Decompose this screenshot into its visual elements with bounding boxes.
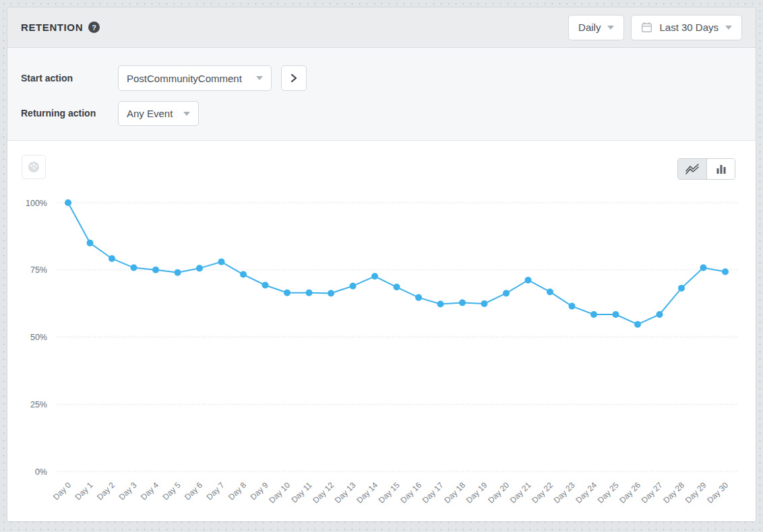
granularity-dropdown[interactable]: Daily [568,15,624,40]
chevron-down-icon [183,112,190,116]
retention-page: { "header": { "title": "RETENTION", "hel… [0,0,763,532]
svg-text:Day 6: Day 6 [183,480,204,502]
svg-text:Day 24: Day 24 [574,480,599,505]
svg-text:Day 27: Day 27 [640,480,665,505]
start-action-dropdown[interactable]: PostCommunityComment [118,65,272,91]
svg-text:Day 5: Day 5 [161,480,183,502]
returning-action-dropdown[interactable]: Any Event [118,101,199,126]
help-icon[interactable]: ? [88,22,100,33]
svg-text:Day 2: Day 2 [95,480,117,502]
returning-action-value: Any Event [127,108,173,119]
svg-text:Day 11: Day 11 [289,480,313,504]
svg-text:Day 19: Day 19 [464,480,489,505]
chevron-down-icon [256,76,263,80]
svg-text:Day 4: Day 4 [139,480,160,502]
svg-text:25%: 25% [30,400,47,409]
svg-text:Day 14: Day 14 [355,480,379,505]
svg-text:Day 16: Day 16 [398,480,423,505]
start-action-label: Start action [21,73,73,84]
chevron-right-icon [290,73,298,83]
svg-text:Day 26: Day 26 [617,480,642,505]
svg-text:Day 8: Day 8 [226,480,248,502]
date-range-value: Last 30 Days [659,22,719,33]
retention-line-chart[interactable]: 0%25%50%75%100%Day 0Day 1Day 2Day 3Day 4… [7,141,756,521]
svg-text:Day 28: Day 28 [661,480,686,505]
svg-text:50%: 50% [30,333,47,342]
chevron-down-icon [725,26,732,30]
date-range-dropdown[interactable]: Last 30 Days [631,15,742,40]
svg-text:100%: 100% [26,199,47,208]
svg-text:Day 17: Day 17 [421,480,446,505]
svg-text:Day 22: Day 22 [530,480,555,505]
report-header: RETENTION ? Daily Last 30 Days [7,7,756,48]
svg-text:Day 30: Day 30 [705,480,730,505]
svg-text:Day 23: Day 23 [552,480,577,505]
granularity-value: Daily [578,22,601,33]
svg-text:0%: 0% [35,467,47,477]
calendar-icon [641,22,652,33]
chevron-down-icon [607,26,614,30]
svg-text:Day 20: Day 20 [486,480,511,505]
svg-text:Day 1: Day 1 [73,480,95,502]
svg-text:75%: 75% [30,265,47,275]
chart-panel: 0%25%50%75%100%Day 0Day 1Day 2Day 3Day 4… [7,141,756,521]
svg-text:Day 7: Day 7 [205,480,226,502]
svg-text:Day 18: Day 18 [442,480,467,505]
svg-text:Day 12: Day 12 [311,480,336,505]
retention-report-card: RETENTION ? Daily Last 30 Days Start act… [7,7,756,522]
svg-text:Day 29: Day 29 [683,480,708,505]
page-title: RETENTION [21,22,83,33]
expand-start-action-button[interactable] [281,65,307,91]
svg-text:Day 15: Day 15 [377,480,402,505]
start-action-value: PostCommunityComment [127,73,242,84]
svg-text:Day 3: Day 3 [117,480,139,502]
svg-text:Day 0: Day 0 [51,480,73,502]
svg-text:Day 13: Day 13 [333,480,358,505]
returning-action-label: Returning action [21,108,96,119]
svg-text:Day 21: Day 21 [508,480,533,505]
retention-controls: Start action PostCommunityComment Return… [7,48,756,141]
svg-text:Day 10: Day 10 [267,480,292,505]
svg-text:Day 25: Day 25 [596,480,621,505]
header-actions: Daily Last 30 Days [568,15,742,40]
